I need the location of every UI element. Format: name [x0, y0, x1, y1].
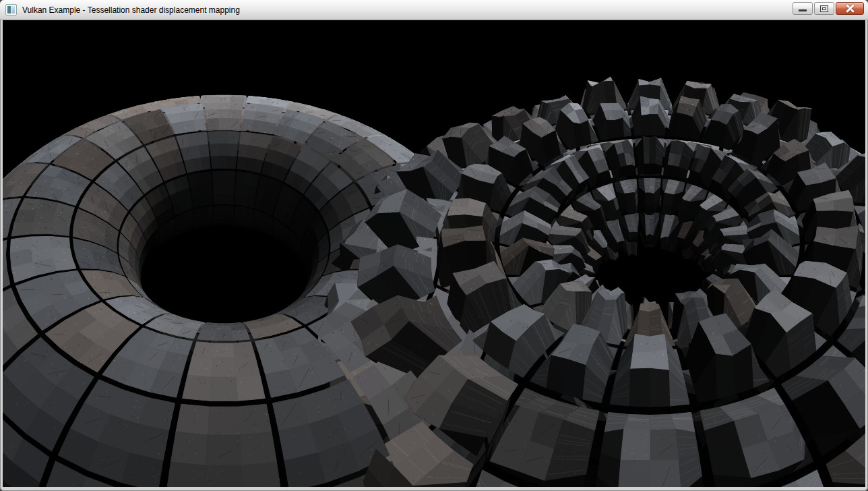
- maximize-icon: [820, 5, 828, 12]
- maximize-button[interactable]: [814, 2, 834, 15]
- app-window: Vulkan Example - Tessellation shader dis…: [0, 0, 868, 491]
- window-title: Vulkan Example - Tessellation shader dis…: [22, 5, 240, 15]
- app-icon[interactable]: [5, 4, 17, 16]
- close-button[interactable]: [836, 2, 864, 15]
- application-icon: [5, 4, 17, 16]
- titlebar[interactable]: Vulkan Example - Tessellation shader dis…: [0, 0, 868, 20]
- minimize-button[interactable]: [793, 2, 813, 15]
- viewport: [3, 20, 865, 487]
- render-canvas[interactable]: [3, 20, 865, 487]
- minimize-icon: [799, 9, 807, 11]
- application-icon-pane-left: [7, 6, 11, 13]
- window-controls: [793, 2, 864, 15]
- close-icon: [845, 4, 855, 13]
- application-icon-pane-right: [11, 6, 15, 13]
